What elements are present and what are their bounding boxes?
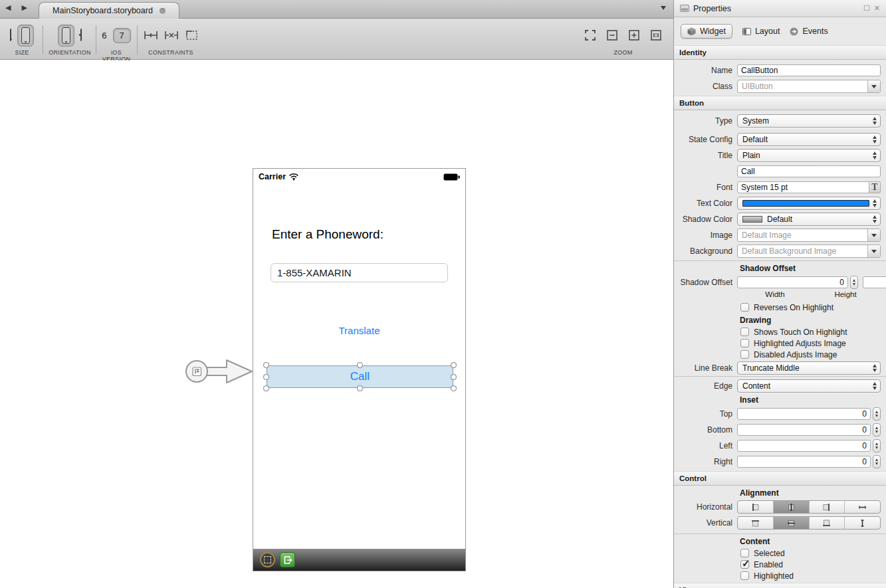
inset-right-input[interactable] — [737, 456, 871, 468]
orientation-portrait-button[interactable] — [58, 25, 74, 47]
stepper-icon[interactable] — [873, 407, 881, 421]
ios7-button[interactable]: 7 — [113, 28, 131, 43]
name-input[interactable] — [737, 64, 881, 76]
image-combo[interactable]: Default Image — [737, 229, 881, 242]
section-identity[interactable]: Identity — [674, 45, 886, 60]
background-row: Background Default Background Image — [674, 243, 886, 259]
frame-resize-icon[interactable] — [185, 30, 198, 41]
phoneword-input[interactable] — [271, 263, 448, 282]
shadow-color-popup[interactable]: Default — [737, 213, 881, 226]
orientation-landscape-button[interactable] — [80, 29, 82, 41]
valign-bottom-button[interactable] — [810, 517, 845, 529]
size-label: SIZE — [5, 49, 39, 56]
reverses-checkbox[interactable] — [740, 303, 749, 312]
zoom-out-icon[interactable] — [607, 30, 617, 41]
tab-layout[interactable]: Layout — [742, 27, 780, 36]
size-tall-button[interactable] — [17, 25, 34, 47]
tab-events[interactable]: Events — [790, 27, 828, 36]
selection-handle[interactable] — [263, 385, 269, 391]
shows-touch-checkbox[interactable] — [740, 328, 749, 336]
call-button[interactable]: Call — [267, 365, 453, 388]
shadow-width-input[interactable] — [737, 276, 848, 288]
enabled-checkbox[interactable] — [740, 560, 749, 569]
type-popup[interactable]: System — [737, 114, 881, 128]
font-input[interactable] — [737, 181, 869, 193]
shadow-offset-header: Shadow Offset — [674, 262, 886, 274]
translate-button[interactable]: Translate — [253, 325, 465, 336]
vertical-alignment-segmented — [737, 516, 881, 530]
nav-back-icon[interactable]: ◀ — [5, 3, 11, 12]
tab-layout-label: Layout — [755, 27, 780, 36]
selected-checkbox[interactable] — [740, 549, 749, 557]
stepper-icon[interactable] — [873, 455, 881, 468]
clear-constraint-icon[interactable] — [164, 30, 179, 41]
dropdown-icon[interactable] — [867, 80, 880, 92]
text-color-row: Text Color — [674, 195, 886, 211]
stepper-icon[interactable] — [850, 276, 858, 289]
shadow-height-input[interactable] — [863, 276, 886, 288]
highlighted-adjusts-checkbox[interactable] — [740, 339, 749, 347]
tab-widget[interactable]: Widget — [681, 24, 732, 39]
layout-icon — [742, 28, 751, 35]
dropdown-icon[interactable] — [867, 229, 880, 241]
view-controller-scene[interactable]: Carrier Enter a Phon — [253, 168, 466, 571]
inset-left-input[interactable] — [737, 440, 871, 452]
size-small-button[interactable] — [10, 29, 11, 41]
section-button[interactable]: Button — [674, 96, 886, 110]
halign-center-button[interactable] — [774, 501, 810, 513]
ios6-button[interactable]: 6 — [102, 31, 106, 41]
toolbar-separator — [137, 25, 138, 54]
name-row: Name — [674, 62, 886, 78]
add-constraint-icon[interactable] — [144, 30, 158, 41]
zoom-actual-icon[interactable] — [651, 30, 661, 41]
updown-icon — [873, 151, 877, 159]
zoom-fit-icon[interactable] — [585, 30, 596, 41]
inset-top-input[interactable] — [737, 408, 871, 420]
design-canvas[interactable]: Carrier Enter a Phon — [0, 60, 674, 588]
title-text-input[interactable] — [737, 165, 881, 177]
title-mode-popup[interactable]: Plain — [737, 149, 881, 162]
selection-handle[interactable] — [263, 362, 269, 368]
text-color-popup[interactable] — [737, 197, 881, 210]
section-view[interactable]: View — [674, 583, 886, 588]
selection-handle[interactable] — [263, 374, 269, 380]
size-group: SIZE — [5, 23, 39, 56]
nav-forward-icon[interactable]: ▶ — [21, 3, 27, 12]
background-combo[interactable]: Default Background Image — [737, 245, 881, 258]
stepper-icon[interactable] — [873, 423, 881, 437]
properties-header: Properties ☐ ✕ — [674, 0, 886, 17]
selection-handle[interactable] — [451, 385, 457, 391]
halign-left-button[interactable] — [738, 501, 774, 513]
inset-bottom-input[interactable] — [737, 424, 871, 436]
tab-modified-icon[interactable] — [160, 8, 166, 14]
vertical-label: Vertical — [674, 518, 737, 528]
selection-handle[interactable] — [451, 362, 457, 368]
halign-fill-button[interactable] — [845, 501, 880, 513]
exit-segue-icon[interactable] — [280, 552, 295, 567]
valign-fill-button[interactable] — [845, 517, 880, 529]
selection-handle[interactable] — [451, 374, 457, 380]
section-control[interactable]: Control — [674, 471, 886, 486]
edge-popup[interactable]: Content — [737, 379, 881, 393]
valign-middle-button[interactable] — [774, 517, 810, 529]
class-combo[interactable]: UIButton — [737, 80, 881, 93]
panel-close-icon[interactable]: ✕ — [874, 4, 880, 13]
dropdown-icon[interactable] — [867, 245, 880, 257]
call-button-selection[interactable]: Call — [267, 365, 453, 388]
panel-detach-icon[interactable]: ☐ — [863, 4, 870, 13]
state-config-popup[interactable]: Default — [737, 133, 881, 146]
zoom-in-icon[interactable] — [629, 30, 639, 41]
selection-handle[interactable] — [357, 385, 363, 391]
view-controller-icon[interactable] — [260, 552, 275, 567]
line-break-popup[interactable]: Truncate Middle — [737, 361, 881, 375]
stepper-icon[interactable] — [873, 439, 881, 452]
tab-overflow-icon[interactable] — [661, 6, 666, 10]
valign-top-button[interactable] — [738, 517, 774, 529]
selection-handle[interactable] — [357, 362, 363, 368]
text-color-label: Text Color — [674, 199, 737, 208]
tab-mainstoryboard[interactable]: MainStoryboard.storyboard — [39, 2, 179, 19]
font-picker-icon[interactable]: T — [869, 181, 881, 193]
disabled-adjusts-checkbox[interactable] — [740, 350, 749, 359]
halign-right-button[interactable] — [810, 501, 845, 513]
highlighted-checkbox[interactable] — [740, 571, 749, 580]
